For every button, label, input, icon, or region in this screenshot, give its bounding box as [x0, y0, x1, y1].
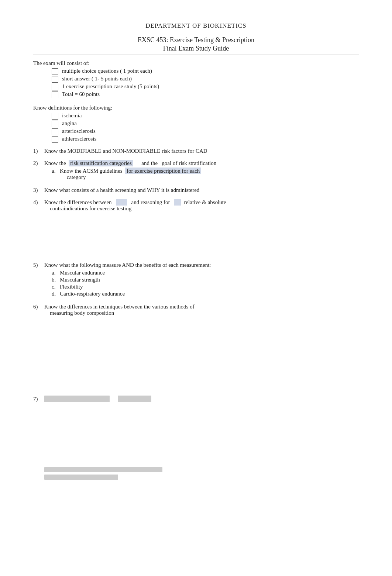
term-text: athlerosclerosis	[62, 136, 96, 142]
spacer-2	[33, 322, 359, 396]
bullet-icon	[52, 68, 58, 75]
bullet-text: 1 exercise prescription case study (5 po…	[62, 83, 159, 90]
bullet-text: multiple choice questions ( 1 point each…	[62, 68, 152, 74]
bottom-redacted-line-2	[44, 475, 118, 480]
item-content: Know the differences in techniques betwe…	[44, 304, 359, 316]
sub-list-item: b. Muscular strength	[52, 277, 359, 283]
list-item: Total = 60 points	[52, 91, 359, 98]
sub-list-5: a. Muscular endurance b. Muscular streng…	[52, 270, 359, 297]
item-content: Know the differences between and reasoni…	[44, 199, 359, 212]
item-content: Know what the following measure AND the …	[44, 262, 359, 298]
sub-list-item: a. Muscular endurance	[52, 270, 359, 276]
bottom-redacted-block	[44, 467, 359, 480]
sub-content: Know the ACSM guidelines for exercise pr…	[60, 168, 201, 180]
bullet-text: Total = 60 points	[62, 91, 100, 97]
item-content: Know the MODIFIABLE and NON-MODIFIABLE r…	[44, 148, 359, 154]
bullet-icon	[52, 121, 58, 127]
list-item: arteriosclerosis	[52, 128, 359, 135]
item-number: 4)	[33, 199, 44, 206]
spacer-1	[33, 218, 359, 262]
numbered-item-7: 7)	[33, 396, 359, 402]
intro-label: The exam will consist of:	[33, 60, 359, 66]
bullet-icon	[52, 76, 58, 83]
page-container: DEPARTMENT OF BIOKINETICS EXSC 453: Exer…	[33, 22, 359, 480]
item-number: 1)	[33, 148, 44, 154]
sub-content: Flexibility	[60, 284, 83, 290]
item-content: Know the risk stratification categories …	[44, 160, 359, 181]
bullet-text: short answer ( 1- 5 points each)	[62, 76, 132, 82]
list-item: ischemia	[52, 113, 359, 120]
highlight-risk-stratification: risk stratification categories	[69, 160, 133, 166]
item-content	[44, 396, 359, 402]
bullet-icon	[52, 84, 58, 90]
highlight-blank-1	[116, 199, 127, 206]
numbered-item-2: 2) Know the risk stratification categori…	[33, 160, 359, 181]
item-number: 3)	[33, 187, 44, 193]
redacted-text-1	[44, 396, 110, 402]
numbered-item-3: 3) Know what consists of a health screen…	[33, 187, 359, 193]
numbered-item-5: 5) Know what the following measure AND t…	[33, 262, 359, 298]
sub-label: a.	[52, 168, 60, 180]
definitions-list: ischemia angina arteriosclerosis athlero…	[52, 113, 359, 143]
list-item: 1 exercise prescription case study (5 po…	[52, 83, 359, 90]
numbered-item-4: 4) Know the differences between and reas…	[33, 199, 359, 212]
sub-content: Muscular strength	[60, 277, 100, 283]
sub-list-item: a. Know the ACSM guidelines for exercise…	[52, 168, 359, 180]
highlight-exercise-prescription: for exercise prescription for each	[125, 168, 201, 174]
term-text: ischemia	[62, 113, 82, 119]
bullet-icon	[52, 136, 58, 143]
list-item: multiple choice questions ( 1 point each…	[52, 68, 359, 75]
sub-list-2: a. Know the ACSM guidelines for exercise…	[52, 168, 359, 180]
bottom-redacted-line-1	[44, 467, 162, 472]
definitions-label: Know definitions for the following:	[33, 105, 359, 111]
numbered-item-6: 6) Know the differences in techniques be…	[33, 304, 359, 316]
sub-list-item: d. Cardio-respiratory endurance	[52, 291, 359, 297]
sub-content: Muscular endurance	[60, 270, 105, 276]
sub-label: a.	[52, 270, 60, 276]
sub-label: d.	[52, 291, 60, 297]
numbered-item-1: 1) Know the MODIFIABLE and NON-MODIFIABL…	[33, 148, 359, 154]
guide-title: Final Exam Study Guide	[33, 45, 359, 55]
spacer-bottom	[33, 408, 359, 463]
list-item: athlerosclerosis	[52, 136, 359, 143]
item-content: Know what consists of a health screening…	[44, 187, 359, 193]
list-item: angina	[52, 120, 359, 127]
exam-bullets: multiple choice questions ( 1 point each…	[52, 68, 359, 98]
bullet-icon	[52, 92, 58, 98]
sub-list-item: c. Flexibility	[52, 284, 359, 290]
item-number: 6)	[33, 304, 44, 310]
dept-title: DEPARTMENT OF BIOKINETICS	[33, 22, 359, 30]
highlight-blank-2	[174, 199, 181, 206]
item-number: 5)	[33, 262, 44, 268]
bullet-icon	[52, 113, 58, 120]
sub-content: Cardio-respiratory endurance	[60, 291, 125, 297]
bullet-icon	[52, 128, 58, 135]
course-title: EXSC 453: Exercise Testing & Prescriptio…	[33, 36, 359, 44]
item-number: 7)	[33, 396, 44, 402]
term-text: angina	[62, 120, 77, 127]
item-number: 2)	[33, 160, 44, 166]
redacted-text-2	[118, 396, 151, 402]
term-text: arteriosclerosis	[62, 128, 96, 134]
list-item: short answer ( 1- 5 points each)	[52, 76, 359, 83]
sub-label: c.	[52, 284, 60, 290]
sub-label: b.	[52, 277, 60, 283]
